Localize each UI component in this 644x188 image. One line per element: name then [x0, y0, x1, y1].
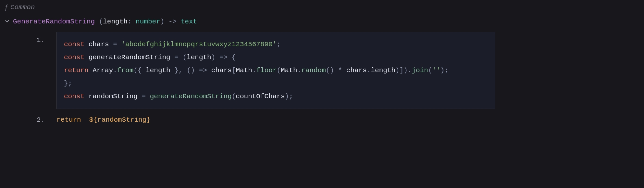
return-keyword: return: [56, 116, 81, 124]
step-2: 2. return ${randomString}: [5, 116, 639, 124]
step-1: 1. const chars = 'abcdefghijklmnopqrstuv…: [5, 32, 639, 109]
step-number: 2.: [5, 116, 56, 124]
param-type: number: [136, 18, 160, 25]
return-statement: return ${randomString}: [56, 116, 151, 124]
breadcrumb-label: Common: [10, 4, 35, 11]
code-content: const chars = 'abcdefghijklmnopqrstuvwxy…: [64, 38, 488, 103]
function-signature: GenerateRandomString (length: number) ->…: [13, 18, 197, 25]
function-icon: f: [5, 3, 7, 11]
chevron-down-icon[interactable]: [5, 19, 10, 25]
param-name: length: [103, 18, 128, 25]
return-expression: ${randomString}: [89, 116, 151, 124]
function-name: GenerateRandomString: [13, 18, 95, 25]
code-block[interactable]: const chars = 'abcdefghijklmnopqrstuvwxy…: [56, 32, 495, 109]
function-signature-row[interactable]: GenerateRandomString (length: number) ->…: [5, 18, 639, 25]
breadcrumb: f Common: [5, 3, 639, 11]
step-number: 1.: [5, 32, 56, 44]
return-type: text: [181, 18, 197, 25]
